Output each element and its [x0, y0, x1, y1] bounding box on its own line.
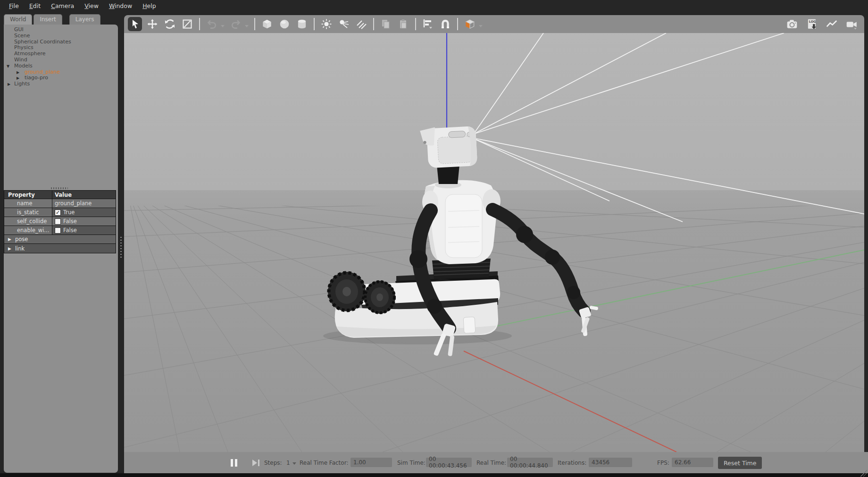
sky	[124, 33, 864, 190]
menu-camera[interactable]: Camera	[46, 1, 79, 11]
sphere-shape-icon	[278, 18, 291, 30]
menu-view[interactable]: View	[79, 1, 104, 11]
iterations-field[interactable]: 43456	[589, 458, 632, 467]
render-viewport[interactable]	[124, 33, 864, 452]
video-camera-icon	[845, 18, 858, 30]
tab-insert[interactable]: Insert	[33, 14, 62, 25]
directional-light-button[interactable]	[354, 17, 368, 31]
svg-text:LOG: LOG	[809, 20, 816, 24]
property-row-is-static[interactable]: is_static ✓True	[4, 208, 116, 217]
select-tool-button[interactable]	[128, 17, 142, 31]
tab-layers[interactable]: Layers	[69, 14, 100, 25]
toolbar-right-group: LOG	[785, 17, 859, 31]
rotate-tool-button[interactable]	[163, 17, 177, 31]
viewport-toolbar: LOG	[124, 15, 864, 33]
plot-icon	[826, 18, 838, 30]
snap-tool-button[interactable]	[438, 17, 452, 31]
tree-item-models[interactable]: ▼Models	[4, 63, 118, 69]
redo-button[interactable]	[229, 17, 243, 31]
record-video-button[interactable]	[844, 17, 859, 31]
translate-tool-button[interactable]	[145, 17, 159, 31]
undo-history-caret-icon[interactable]	[221, 25, 225, 27]
data-logger-button[interactable]: LOG	[805, 17, 819, 31]
resize-grip[interactable]	[860, 470, 867, 477]
property-row-link[interactable]: ▶link	[4, 244, 116, 253]
undo-button[interactable]	[205, 17, 219, 31]
menu-edit[interactable]: Edit	[24, 1, 46, 11]
fps-label: FPS:	[657, 452, 669, 473]
real-time-label: Real Time:	[476, 452, 506, 473]
insert-cylinder-button[interactable]	[295, 17, 309, 31]
property-table-header: Property Value	[4, 191, 116, 199]
directional-light-icon	[356, 18, 367, 30]
scale-icon	[182, 18, 193, 30]
collapsed-caret-icon[interactable]: ▶	[8, 246, 11, 251]
menu-help[interactable]: Help	[137, 1, 161, 11]
steps-caret-icon[interactable]	[292, 462, 296, 465]
gazebo-window: File Edit Camera View Window Help World …	[0, 0, 868, 477]
paste-icon	[398, 18, 409, 30]
property-row-self-collide[interactable]: self_collide False	[4, 217, 116, 226]
toolbar-separator	[254, 18, 255, 30]
step-icon	[252, 460, 257, 466]
property-row-name[interactable]: name ground_plane	[4, 199, 116, 208]
collapsed-caret-icon[interactable]: ▶	[8, 82, 10, 88]
splitter-grip[interactable]	[120, 237, 122, 259]
spot-light-button[interactable]	[337, 17, 351, 31]
view-angle-caret-icon[interactable]	[479, 25, 483, 27]
simulation-status-bar: Steps: 1 Real Time Factor: 1.00 Sim Time…	[124, 452, 868, 473]
copy-button[interactable]	[379, 17, 393, 31]
paste-button[interactable]	[396, 17, 410, 31]
sim-time-label: Sim Time:	[397, 452, 426, 473]
wheel	[364, 281, 395, 314]
move-icon	[147, 18, 158, 30]
magnet-icon	[440, 18, 451, 30]
scale-tool-button[interactable]	[180, 17, 194, 31]
menu-window[interactable]: Window	[104, 1, 137, 11]
property-row-enable-wind[interactable]: enable_wi... False	[4, 226, 116, 235]
pause-button[interactable]	[231, 452, 237, 473]
checkbox-unchecked-icon[interactable]	[55, 227, 61, 234]
menu-bar: File Edit Camera View Window Help	[0, 0, 868, 11]
sim-time-field[interactable]: 00 00:00:43.456	[426, 458, 472, 467]
tree-item-ground-plane[interactable]: ▶ground_plane	[4, 69, 118, 75]
toolbar-separator	[415, 18, 416, 30]
panel-tabs: World Insert Layers	[4, 14, 102, 25]
screenshot-button[interactable]	[785, 17, 799, 31]
toolbar-separator	[314, 18, 315, 30]
point-light-icon	[321, 18, 332, 30]
toolbar-separator	[373, 18, 374, 30]
checkbox-checked-icon[interactable]: ✓	[55, 209, 61, 216]
insert-sphere-button[interactable]	[277, 17, 292, 31]
steps-value[interactable]: 1	[286, 452, 296, 473]
copy-icon	[380, 18, 392, 30]
real-time-field[interactable]: 00 00:00:44.840	[507, 458, 553, 467]
redo-history-caret-icon[interactable]	[245, 25, 249, 27]
align-tool-button[interactable]	[421, 17, 435, 31]
splitter-handle[interactable]	[51, 187, 68, 189]
menu-file[interactable]: File	[4, 1, 24, 11]
property-table: Property Value name ground_plane is_stat…	[4, 190, 116, 253]
step-button[interactable]	[252, 452, 259, 473]
panel-splitter[interactable]	[118, 11, 124, 477]
rtf-field[interactable]: 1.00	[351, 458, 392, 467]
window-bottom-edge	[0, 473, 868, 477]
collapsed-caret-icon[interactable]: ▶	[8, 237, 11, 242]
tree-item-lights[interactable]: ▶Lights	[4, 81, 118, 87]
toolbar-separator	[199, 18, 200, 30]
tab-world[interactable]: World	[4, 14, 32, 25]
cylinder-shape-icon	[296, 18, 308, 30]
property-row-pose[interactable]: ▶pose	[4, 235, 116, 244]
reset-time-button[interactable]: Reset Time	[718, 457, 762, 469]
view-angle-button[interactable]	[463, 17, 477, 31]
plot-button[interactable]	[825, 17, 839, 31]
view-angle-cube-icon	[464, 18, 476, 30]
insert-box-button[interactable]	[260, 17, 274, 31]
cursor-arrow-icon	[129, 18, 141, 30]
checkbox-unchecked-icon[interactable]	[55, 218, 61, 225]
scene-tree: GUI Scene Spherical Coordinates Physics …	[4, 27, 118, 87]
wheel	[328, 272, 366, 311]
fps-field[interactable]: 62.66	[672, 458, 713, 467]
steps-label: Steps:	[264, 452, 282, 473]
point-light-button[interactable]	[319, 17, 334, 31]
